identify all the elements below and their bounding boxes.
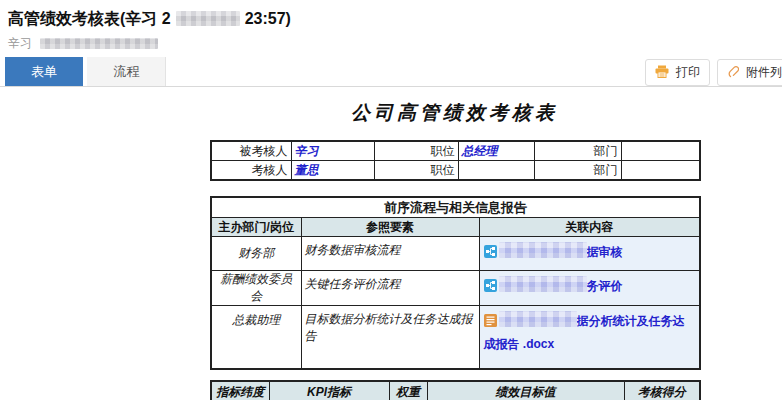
table-header-row: 主办部门/岗位 参照要素 关联内容 [211,218,700,237]
form-title: 公司高管绩效考核表 [210,100,699,126]
col-header-kpi: KPI指标 [269,381,389,400]
process-table: 前序流程与相关信息报告 主办部门/岗位 参照要素 关联内容 财务部 财务数据审核… [210,196,701,370]
element-cell: 目标数据分析统计及任务达成报告 [301,306,479,370]
appraisee-value[interactable]: 辛习 [291,141,374,161]
dept-cell: 财务部 [211,237,301,271]
attachment-list-button-label: 附件列表 [746,64,782,81]
tab-form[interactable]: 表单 [5,57,83,86]
print-button[interactable]: 打印 [645,59,710,86]
kpi-table: 指标纬度 KPI指标 权重 绩效目标值 考核得分 财务类 净资产回报率 15% … [210,380,701,400]
tab-workflow[interactable]: 流程 [87,57,166,86]
tab-bar: 表单 流程 打印 附件列表 [0,57,782,87]
submitter-line: 辛习 [8,36,774,50]
related-flow-link[interactable]: 据审核 [587,245,623,259]
page-title: 高管绩效考核表(辛习 223:57) [8,9,774,29]
position-value [458,161,534,181]
dept-cell: 薪酬绩效委员会 [211,271,301,306]
workflow-icon [484,244,497,265]
workflow-icon [484,278,497,299]
col-header-dimension: 指标纬度 [211,381,269,400]
document-icon [484,313,497,334]
paperclip-icon [727,65,739,81]
table-title-row: 前序流程与相关信息报告 [211,197,700,218]
redacted-date-block [176,11,240,26]
position-value[interactable]: 总经理 [458,141,534,161]
table-row: 被考核人 辛习 职位 总经理 部门 [211,141,700,161]
department-value [621,161,700,181]
page-title-prefix: 高管绩效考核表(辛习 2 [8,10,171,27]
printer-icon [655,65,669,81]
submitter-name: 辛习 [8,35,32,52]
related-link-cell: 据审核 [479,237,700,271]
col-header-target: 绩效目标值 [427,381,624,400]
redacted-info-block [40,38,158,49]
toolbar: 打印 附件列表 [645,59,782,86]
position-label: 职位 [374,161,458,181]
print-button-label: 打印 [676,64,700,81]
table-row: 薪酬绩效委员会 关键任务评价流程 务评价 [211,271,700,306]
table-header-row: 指标纬度 KPI指标 权重 绩效目标值 考核得分 [211,381,700,400]
col-header-dept: 主办部门/岗位 [211,218,301,237]
col-header-score: 考核得分 [624,381,700,400]
attachment-list-button[interactable]: 附件列表 [717,59,782,86]
related-link-cell: 据分析统计及任务达成报告 .docx [479,306,700,370]
redacted-link-block [499,242,587,258]
table-row: 财务部 财务数据审核流程 据审核 [211,237,700,271]
appraisee-label: 被考核人 [211,141,291,161]
table-row: 考核人 董思 职位 部门 [211,161,700,181]
process-table-title: 前序流程与相关信息报告 [211,197,700,218]
form-content: 公司高管绩效考核表 被考核人 辛习 职位 总经理 部门 考核人 董思 职位 部门… [210,100,699,400]
appraiser-label: 考核人 [211,161,291,181]
department-label: 部门 [534,141,621,161]
page-header: 高管绩效考核表(辛习 223:57) 辛习 [0,0,782,50]
element-cell: 财务数据审核流程 [301,237,479,271]
col-header-related: 关联内容 [479,218,700,237]
page-title-suffix: 23:57) [245,10,291,27]
col-header-element: 参照要素 [301,218,479,237]
dept-cell: 总裁助理 [211,306,301,370]
col-header-weight: 权重 [389,381,427,400]
related-link-cell: 务评价 [479,271,700,306]
appraiser-value[interactable]: 董思 [291,161,374,181]
redacted-link-block [499,276,587,292]
department-label: 部门 [534,161,621,181]
department-value [621,141,700,161]
redacted-link-block [499,311,577,327]
info-table: 被考核人 辛习 职位 总经理 部门 考核人 董思 职位 部门 [210,140,701,181]
element-cell: 关键任务评价流程 [301,271,479,306]
related-flow-link[interactable]: 务评价 [587,279,623,293]
position-label: 职位 [374,141,458,161]
table-row: 总裁助理 目标数据分析统计及任务达成报告 据分析统计及任务达成报告 .docx [211,306,700,370]
